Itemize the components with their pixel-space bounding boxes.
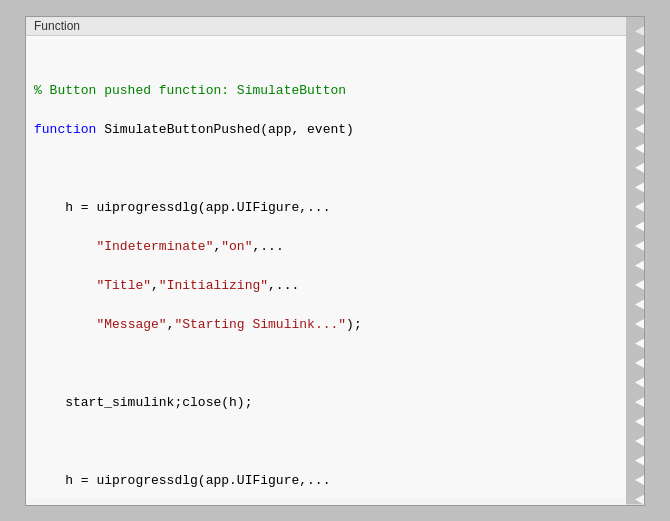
tab-label: Function xyxy=(34,19,80,33)
code-area[interactable]: % Button pushed function: SimulateButton… xyxy=(26,36,644,498)
tab-bar: Function xyxy=(26,17,644,36)
code-line: "Message","Starting Simulink..."); xyxy=(34,315,636,335)
code-line xyxy=(34,354,636,374)
code-line: "Title","Initializing",... xyxy=(34,276,636,296)
code-line: % Button pushed function: SimulateButton xyxy=(34,81,636,101)
code-line: function SimulateButtonPushed(app, event… xyxy=(34,120,636,140)
code-line xyxy=(34,432,636,452)
code-line xyxy=(34,159,636,179)
code-line: h = uiprogressdlg(app.UIFigure,... xyxy=(34,198,636,218)
code-line: h = uiprogressdlg(app.UIFigure,... xyxy=(34,471,636,491)
code-line: start_simulink;close(h); xyxy=(34,393,636,413)
editor-container: Function % Button pushed function: Simul… xyxy=(25,16,645,506)
code-line: "Indeterminate","on",... xyxy=(34,237,636,257)
